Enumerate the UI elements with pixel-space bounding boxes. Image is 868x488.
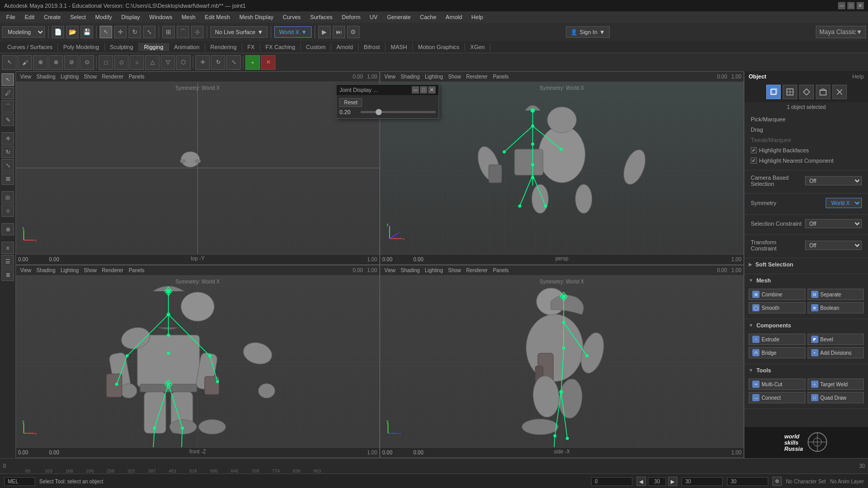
viewport-bottom-right[interactable]: View Shading Lighting Show Renderer Pane… bbox=[380, 265, 744, 459]
sign-in-btn[interactable]: 👤 Sign In ▼ bbox=[566, 26, 610, 38]
playback-start[interactable] bbox=[681, 477, 723, 486]
vp-tl-shading[interactable]: Shading bbox=[35, 73, 58, 81]
vp-br-show[interactable]: Show bbox=[446, 266, 463, 274]
connect-btn[interactable]: — Connect bbox=[749, 392, 805, 403]
snap-curve[interactable]: ⌒ bbox=[177, 26, 189, 38]
save-btn[interactable]: 💾 bbox=[81, 26, 93, 38]
mode-btn-mesh[interactable] bbox=[783, 85, 797, 99]
highlight-backfaces-checkbox[interactable]: ✓ bbox=[751, 147, 757, 153]
vp-tl-input-x[interactable] bbox=[18, 257, 49, 262]
close-btn[interactable]: ✕ bbox=[857, 2, 864, 9]
shelf-tab-mash[interactable]: MASH bbox=[385, 43, 413, 51]
menu-select[interactable]: Select bbox=[66, 13, 90, 21]
dialog-slider[interactable] bbox=[361, 111, 436, 113]
highlight-backfaces-row[interactable]: ✓ Highlight Backfaces bbox=[749, 146, 864, 154]
components-header[interactable]: ▼ Components bbox=[749, 322, 864, 328]
vp-br-panels[interactable]: Panels bbox=[491, 266, 511, 274]
move-btn[interactable]: ✛ bbox=[2, 132, 14, 145]
vp-bl-show[interactable]: Show bbox=[82, 266, 99, 274]
list-btn-3[interactable]: ≣ bbox=[2, 269, 14, 281]
no-char-set[interactable]: No Character Set bbox=[786, 479, 826, 484]
shelf-icon-plus[interactable]: + bbox=[245, 55, 260, 70]
bevel-btn[interactable]: ◤ Bevel bbox=[808, 334, 864, 345]
vp-tr-panels[interactable]: Panels bbox=[491, 73, 511, 81]
bridge-btn[interactable]: ⊓ Bridge bbox=[749, 347, 805, 358]
mode-btn-close[interactable] bbox=[832, 85, 847, 99]
shelf-icon-poly5[interactable]: ▽ bbox=[161, 55, 175, 70]
mode-btn-cube[interactable] bbox=[766, 85, 781, 99]
shelf-tab-rigging[interactable]: Rigging bbox=[139, 43, 169, 51]
mode-btn-diamond[interactable] bbox=[799, 85, 814, 99]
show-manip-btn[interactable]: ⊕ bbox=[2, 223, 14, 235]
shelf-tab-motion[interactable]: Motion Graphics bbox=[413, 43, 465, 51]
vp-tl-lighting[interactable]: Lighting bbox=[58, 73, 81, 81]
vp-bl-renderer[interactable]: Renderer bbox=[100, 266, 126, 274]
tweak-marquee-row[interactable]: Tweak/Marquee bbox=[749, 136, 864, 144]
vp-br-lighting[interactable]: Lighting bbox=[423, 266, 445, 274]
next-frame-btn[interactable]: ▶ bbox=[668, 477, 677, 486]
scale-btn[interactable]: ⤡ bbox=[2, 159, 14, 171]
menu-display[interactable]: Display bbox=[117, 13, 144, 21]
shelf-icon-poly4[interactable]: △ bbox=[145, 55, 160, 70]
highlight-nearest-checkbox[interactable]: ✓ bbox=[751, 158, 757, 164]
shelf-tab-sculpting[interactable]: Sculpting bbox=[105, 43, 139, 51]
drag-row[interactable]: Drag bbox=[749, 125, 864, 134]
shelf-tab-curves[interactable]: Curves / Surfaces bbox=[2, 43, 58, 51]
menu-mesh-display[interactable]: Mesh Display bbox=[235, 13, 277, 21]
panel-tab-object[interactable]: Object bbox=[749, 73, 766, 80]
list-btn-1[interactable]: ≡ bbox=[2, 242, 14, 254]
menu-uv[interactable]: UV bbox=[366, 13, 382, 21]
menu-cache[interactable]: Cache bbox=[416, 13, 441, 21]
maximize-btn[interactable]: □ bbox=[847, 2, 855, 9]
shelf-icon-cross[interactable]: ✕ bbox=[261, 55, 275, 70]
dialog-slider-thumb[interactable] bbox=[376, 109, 382, 115]
move-tool[interactable]: ✛ bbox=[114, 26, 127, 38]
shelf-icon-poly2[interactable]: ◇ bbox=[114, 55, 129, 70]
menu-create[interactable]: Create bbox=[40, 13, 65, 21]
no-anim-layer[interactable]: No Anim Layer bbox=[830, 479, 864, 484]
vp-tr-shading[interactable]: Shading bbox=[399, 73, 422, 81]
shelf-icon-paint[interactable]: 🖌 bbox=[18, 55, 32, 70]
playback-end[interactable] bbox=[727, 477, 768, 486]
shelf-icon-joint[interactable]: ⊕ bbox=[33, 55, 48, 70]
viewport-bl-inner[interactable]: Symmetry: World X x y bbox=[16, 276, 379, 448]
vp-bl-input-x[interactable] bbox=[18, 450, 49, 455]
shelf-tab-fx[interactable]: FX bbox=[242, 43, 260, 51]
vp-bl-lighting[interactable]: Lighting bbox=[58, 266, 81, 274]
pick-marquee-row[interactable]: Pick/Marquee bbox=[749, 115, 864, 123]
shelf-tab-animation[interactable]: Animation bbox=[169, 43, 205, 51]
boolean-btn[interactable]: ⊕ Boolean bbox=[808, 302, 864, 313]
vp-tr-input-x[interactable] bbox=[382, 257, 413, 262]
shelf-tab-xgen[interactable]: XGen bbox=[465, 43, 490, 51]
snap-point[interactable]: ⊹ bbox=[191, 26, 204, 38]
vp-tl-show[interactable]: Show bbox=[82, 73, 99, 81]
soft-mod-btn[interactable]: ◎ bbox=[2, 191, 14, 203]
vp-tl-panels[interactable]: Panels bbox=[127, 73, 147, 81]
smooth-btn[interactable]: ◯ Smooth bbox=[749, 302, 805, 313]
shelf-icon-bone[interactable]: ⊗ bbox=[49, 55, 63, 70]
panel-tab-help[interactable]: Help bbox=[852, 73, 864, 80]
universal-btn[interactable]: ⊞ bbox=[2, 172, 14, 185]
menu-edit-mesh[interactable]: Edit Mesh bbox=[200, 13, 234, 21]
dialog-minimize[interactable]: — bbox=[412, 86, 419, 93]
menu-deform[interactable]: Deform bbox=[338, 13, 365, 21]
vp-br-input-x[interactable] bbox=[382, 450, 413, 455]
minimize-btn[interactable]: — bbox=[838, 2, 845, 9]
add-divisions-btn[interactable]: + Add Divisions bbox=[808, 347, 864, 358]
menu-edit[interactable]: Edit bbox=[21, 13, 39, 21]
open-btn[interactable]: 📂 bbox=[66, 26, 79, 38]
timeline[interactable]: 0 65 103 168 206 258 322 387 451 516 580… bbox=[0, 459, 868, 474]
shelf-tab-rendering[interactable]: Rendering bbox=[205, 43, 242, 51]
rotate-tool[interactable]: ↻ bbox=[129, 26, 141, 38]
vp-bl-input-y[interactable] bbox=[49, 450, 80, 455]
frame-input[interactable] bbox=[648, 477, 666, 486]
status-input-x[interactable] bbox=[591, 477, 632, 486]
vp-tr-renderer[interactable]: Renderer bbox=[464, 73, 490, 81]
vp-tl-view[interactable]: View bbox=[18, 73, 34, 81]
render-seq-btn[interactable]: ⏭ bbox=[333, 26, 345, 38]
vp-tl-renderer[interactable]: Renderer bbox=[100, 73, 126, 81]
multi-cut-btn[interactable]: ✂ Multi-Cut bbox=[749, 379, 805, 390]
tools-header[interactable]: ▼ Tools bbox=[749, 367, 864, 373]
menu-help[interactable]: Help bbox=[467, 13, 487, 21]
menu-surfaces[interactable]: Surfaces bbox=[306, 13, 336, 21]
